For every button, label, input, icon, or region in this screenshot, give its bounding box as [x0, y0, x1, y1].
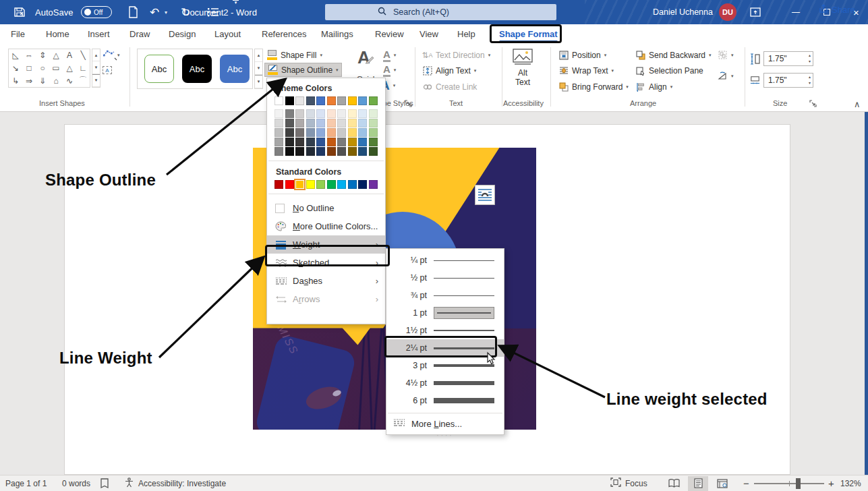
weight-option-½pt[interactable]: ½ pt [386, 269, 504, 287]
autosave-toggle[interactable]: Off [81, 0, 112, 24]
new-document-icon[interactable] [128, 0, 138, 24]
proofing-icon[interactable] [100, 475, 109, 491]
shape-icon[interactable]: △ [63, 62, 76, 75]
alt-text-button[interactable]: Alt Text [507, 49, 538, 97]
collapse-ribbon-icon[interactable]: ∧ [851, 97, 863, 111]
undo-dropdown-icon[interactable]: ▾ [165, 0, 167, 24]
selection-pane-button[interactable]: Selection Pane [633, 63, 706, 78]
width-down-icon[interactable]: ▾ [809, 80, 811, 86]
shape-styles-gallery[interactable]: AbcAbcAbc [137, 49, 253, 89]
color-tint-swatch[interactable] [306, 119, 315, 127]
align-button[interactable]: Align▾ [633, 80, 675, 94]
color-swatch[interactable] [295, 180, 304, 189]
zoom-level[interactable]: 132% [840, 475, 861, 491]
tab-references[interactable]: References [262, 24, 306, 43]
insert-shapes-gallery[interactable]: ◺⇔⇕△A╲↘□○▭△∟↳⇒⇓⌂∿⌒ [8, 49, 90, 88]
color-tint-swatch[interactable] [285, 128, 294, 137]
shape-icon[interactable]: ↳ [9, 74, 22, 87]
color-tint-swatch[interactable] [358, 147, 367, 156]
shape-width-input[interactable]: 1.75" ▴▾ [763, 73, 813, 88]
color-tint-swatch[interactable] [337, 109, 346, 118]
shape-icon[interactable]: △ [49, 49, 63, 62]
color-tint-swatch[interactable] [358, 119, 367, 127]
shape-icon[interactable]: ◺ [9, 49, 22, 62]
color-tint-swatch[interactable] [295, 147, 304, 156]
color-tint-swatch[interactable] [306, 138, 315, 146]
zoom-out-button[interactable]: − [743, 475, 749, 491]
color-swatch[interactable] [358, 180, 367, 189]
color-tint-swatch[interactable] [358, 128, 367, 137]
menu-item-more-outline-colors[interactable]: More Outline Colors... [267, 217, 385, 235]
text-outline-button[interactable]: A▾ [380, 63, 399, 77]
styles-scroll[interactable]: ▲▼▼ [254, 49, 263, 89]
read-mode-button[interactable] [664, 476, 684, 491]
shape-style-2[interactable]: Abc [182, 55, 212, 83]
menu-item-dashes[interactable]: Dashes› [267, 272, 385, 290]
color-tint-swatch[interactable] [295, 138, 304, 146]
focus-button[interactable]: Focus [610, 475, 647, 491]
shape-icon[interactable]: □ [22, 62, 36, 75]
tab-mailings[interactable]: Mailings [321, 24, 353, 43]
color-swatch[interactable] [274, 96, 283, 105]
shape-icon[interactable]: ╲ [76, 49, 90, 62]
color-tint-swatch[interactable] [327, 109, 336, 118]
send-backward-button[interactable]: Send Backward▾ [633, 48, 714, 62]
color-tint-swatch[interactable] [327, 147, 336, 156]
color-tint-swatch[interactable] [348, 147, 357, 156]
color-tint-swatch[interactable] [274, 109, 283, 118]
color-swatch[interactable] [285, 96, 294, 105]
color-tint-swatch[interactable] [316, 128, 325, 137]
shape-style-3[interactable]: Abc [220, 55, 250, 83]
color-tint-swatch[interactable] [327, 138, 336, 146]
shape-fill-button[interactable]: Shape Fill▾ [264, 48, 325, 62]
shape-icon[interactable]: ⌂ [49, 74, 63, 87]
shape-style-1[interactable]: Abc [144, 55, 174, 83]
color-tint-swatch[interactable] [274, 119, 283, 127]
color-tint-swatch[interactable] [316, 138, 325, 146]
shape-icon[interactable]: ⇓ [36, 74, 49, 87]
word-count[interactable]: 0 words [62, 475, 90, 491]
tab-home[interactable]: Home [46, 24, 69, 43]
color-tint-swatch[interactable] [285, 147, 294, 156]
color-tint-swatch[interactable] [337, 138, 346, 146]
avatar[interactable]: DU [719, 3, 736, 21]
accessibility-status[interactable]: Accessibility: Investigate [124, 475, 226, 491]
tab-review[interactable]: Review [375, 24, 404, 43]
weight-option-4½pt[interactable]: 4½ pt [386, 374, 504, 392]
color-tint-swatch[interactable] [295, 128, 304, 137]
color-swatch[interactable] [295, 96, 304, 105]
text-fill-button[interactable]: A▾ [380, 48, 399, 62]
color-tint-swatch[interactable] [327, 128, 336, 137]
wrap-text-button[interactable]: Wrap Text▾ [556, 63, 616, 78]
color-tint-swatch[interactable] [369, 109, 378, 118]
color-tint-swatch[interactable] [358, 138, 367, 146]
color-tint-swatch[interactable] [306, 147, 315, 156]
page-indicator[interactable]: Page 1 of 1 [5, 475, 47, 491]
shape-icon[interactable]: ⌒ [76, 74, 90, 87]
color-tint-swatch[interactable] [358, 109, 367, 118]
quick-styles-icon[interactable]: A [357, 47, 370, 68]
tab-layout[interactable]: Layout [214, 24, 241, 43]
shape-icon[interactable]: A [63, 49, 76, 62]
weight-option-1½pt[interactable]: 1½ pt [386, 322, 504, 339]
shape-icon[interactable]: ⇔ [22, 49, 36, 62]
shape-icon[interactable]: ○ [36, 62, 49, 75]
color-tint-swatch[interactable] [285, 138, 294, 146]
color-tint-swatch[interactable] [337, 147, 346, 156]
save-icon[interactable] [13, 0, 26, 24]
color-tint-swatch[interactable] [316, 147, 325, 156]
height-down-icon[interactable]: ▾ [809, 59, 811, 65]
align-text-button[interactable]: Align Text▾ [419, 63, 479, 78]
print-layout-button[interactable] [688, 476, 708, 491]
color-swatch[interactable] [274, 180, 283, 189]
weight-option-¾pt[interactable]: ¾ pt [386, 287, 504, 304]
color-swatch[interactable] [369, 180, 378, 189]
shape-outline-button[interactable]: Shape Outline▾ [264, 63, 342, 77]
color-swatch[interactable] [285, 180, 294, 189]
text-box-button[interactable]: A [103, 66, 112, 74]
tab-design[interactable]: Design [169, 24, 196, 43]
share-button[interactable]: Share [819, 2, 855, 17]
color-tint-swatch[interactable] [285, 119, 294, 127]
edit-shape-button[interactable]: ▾ [103, 50, 120, 61]
color-swatch[interactable] [316, 96, 325, 105]
